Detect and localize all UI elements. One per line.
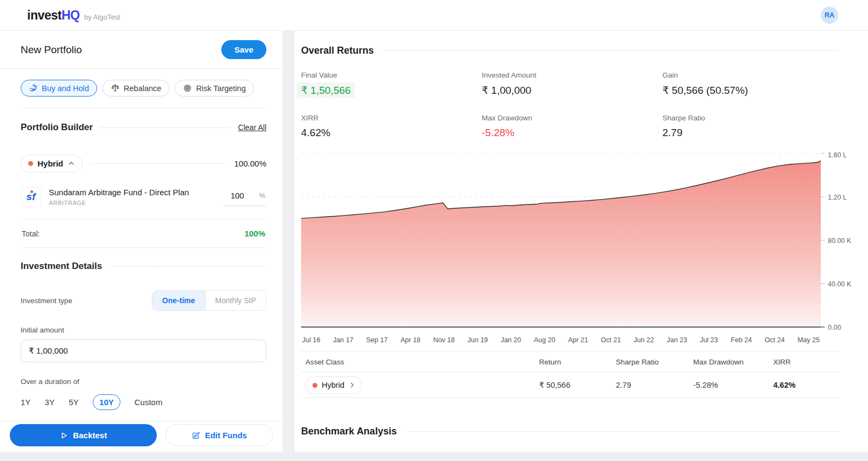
duration-options: 1Y3Y5Y10YCustom xyxy=(21,394,266,410)
portfolio-builder-heading-row: Portfolio Builder Clear All xyxy=(21,122,266,133)
main-layout: New Portfolio Save Buy and HoldRebalance… xyxy=(0,31,868,452)
x-axis-label: Sep 17 xyxy=(366,336,388,344)
group-leader-line xyxy=(90,163,227,164)
portfolio-config-panel: New Portfolio Save Buy and HoldRebalance… xyxy=(0,31,283,452)
investment-type-option-monthly-sip[interactable]: Monthly SIP xyxy=(205,291,266,310)
logo-invest: invest xyxy=(27,8,61,22)
fund-meta: Sundaram Arbitrage Fund - Direct Plan AR… xyxy=(49,188,224,206)
table-header-row: Asset ClassReturnSharpe RatioMax Drawdow… xyxy=(301,351,838,373)
x-axis-label: Nov 18 xyxy=(433,336,455,344)
column-header-return: Return xyxy=(535,358,612,366)
investment-type-toggle: One-timeMonthly SIP xyxy=(152,290,266,311)
duration-option-10y[interactable]: 10Y xyxy=(93,394,120,410)
chevron-right-icon xyxy=(349,382,355,388)
asset-chip-hybrid[interactable]: Hybrid xyxy=(305,376,362,394)
stat-label: Final Value xyxy=(301,71,482,79)
logo-byline: by AlgoTest xyxy=(84,13,120,21)
column-header-asset-class: Asset Class xyxy=(301,358,535,366)
stat-value: 2.79 xyxy=(662,127,838,139)
stat-invested-amount: Invested Amount₹ 1,00,000 xyxy=(482,71,662,98)
duration-option-1y[interactable]: 1Y xyxy=(21,398,30,407)
stat-label: Invested Amount xyxy=(482,71,662,79)
x-axis-label: Oct 21 xyxy=(601,336,621,344)
fund-weight-control: % xyxy=(224,188,266,206)
asset-group-row: Hybrid 100.00% xyxy=(21,155,266,172)
hybrid-group-label: Hybrid xyxy=(37,159,63,168)
asset-dot-icon xyxy=(312,383,317,388)
user-avatar[interactable]: RA xyxy=(821,7,838,24)
investment-type-option-one-time[interactable]: One-time xyxy=(152,291,205,310)
table-body: Hybrid₹ 50,5662.79-5.28%4.62% xyxy=(301,373,838,398)
x-axis-label: Aug 20 xyxy=(534,336,556,344)
fund-logo: sf xyxy=(21,187,41,207)
duration-option-5y[interactable]: 5Y xyxy=(69,398,79,407)
fund-weight-input[interactable] xyxy=(225,191,249,200)
backtest-label: Backtest xyxy=(73,431,107,440)
strategy-tab-risk-targeting[interactable]: Risk Targeting xyxy=(175,80,254,97)
total-value: 100% xyxy=(245,229,265,238)
svg-text:1.60 L: 1.60 L xyxy=(828,151,847,159)
logo-hq: HQ xyxy=(61,8,80,22)
save-button[interactable]: Save xyxy=(221,40,266,59)
hybrid-group-chip[interactable]: Hybrid xyxy=(21,155,82,172)
column-header-max-drawdown: Max Drawdown xyxy=(689,358,769,366)
table-cell: 2.79 xyxy=(611,381,689,389)
benchmark-analysis-heading: Benchmark Analysis xyxy=(301,426,397,437)
chart-plot-area: 1.60 L1.20 L80.00 K40.00 K0.00 xyxy=(301,150,861,332)
stat-label: Gain xyxy=(662,71,838,79)
stat-value: -5.28% xyxy=(482,127,662,139)
x-axis-label: Oct 24 xyxy=(765,336,785,344)
edit-funds-label: Edit Funds xyxy=(205,431,247,440)
x-axis-label: Jan 23 xyxy=(667,336,687,344)
play-icon xyxy=(60,431,68,440)
backtest-button[interactable]: Backtest xyxy=(10,424,157,446)
investment-details-heading-row: Investment Details xyxy=(21,261,266,272)
fund-category: ARBITRAGE xyxy=(49,200,224,206)
investment-type-row: Investment type One-timeMonthly SIP xyxy=(21,290,266,311)
strategy-tab-rebalance[interactable]: Rebalance xyxy=(103,80,169,97)
table-cell: 4.62% xyxy=(769,381,838,389)
dotted-divider xyxy=(100,127,231,128)
stat-value: ₹ 1,50,566 xyxy=(297,82,355,98)
duration-option-3y[interactable]: 3Y xyxy=(44,398,54,407)
investment-type-label: Investment type xyxy=(21,297,72,305)
strategy-tab-label: Buy and Hold xyxy=(42,84,89,93)
asset-chip-label: Hybrid xyxy=(322,381,344,389)
page-title: New Portfolio xyxy=(21,44,82,56)
heading-rule xyxy=(406,431,838,432)
clear-all-link[interactable]: Clear All xyxy=(238,123,266,132)
edit-funds-button[interactable]: Edit Funds xyxy=(165,424,273,446)
x-axis-label: Jun 19 xyxy=(468,336,488,344)
portfolio-body: Buy and HoldRebalanceRisk Targeting Port… xyxy=(0,80,283,410)
initial-amount-input[interactable] xyxy=(21,340,266,362)
svg-text:0.00: 0.00 xyxy=(828,324,841,331)
x-axis-label: May 25 xyxy=(797,336,820,344)
portfolio-header-row: New Portfolio Save xyxy=(0,31,283,69)
percent-unit-label: % xyxy=(259,191,265,200)
initial-amount-label: Initial amount xyxy=(21,326,266,334)
heading-rule xyxy=(384,50,838,51)
stat-label: Sharpe Ratio xyxy=(662,114,838,122)
fund-row[interactable]: sf Sundaram Arbitrage Fund - Direct Plan… xyxy=(21,187,266,207)
fund-name: Sundaram Arbitrage Fund - Direct Plan xyxy=(49,188,224,197)
investment-details-heading: Investment Details xyxy=(21,261,102,272)
table-cell: -5.28% xyxy=(689,381,769,389)
logo-wordmark: investHQ xyxy=(27,8,80,23)
x-axis-label: Jul 23 xyxy=(700,336,718,344)
dotted-divider xyxy=(110,266,266,267)
stat-value: 4.62% xyxy=(301,127,482,139)
overall-returns-heading: Overall Returns xyxy=(301,45,374,56)
stat-value: ₹ 1,00,000 xyxy=(482,84,662,97)
x-axis-label: Jan 17 xyxy=(333,336,354,344)
stat-max-drawdown: Max Drawdown-5.28% xyxy=(482,114,662,139)
chevron-up-icon xyxy=(68,160,75,167)
strategy-tab-buy-and-hold[interactable]: Buy and Hold xyxy=(21,80,97,97)
column-header-sharpe-ratio: Sharpe Ratio xyxy=(611,358,689,366)
stat-final-value: Final Value₹ 1,50,566 xyxy=(301,71,482,98)
divider xyxy=(21,247,266,248)
total-label: Total: xyxy=(22,229,40,238)
stat-value: ₹ 50,566 (50.57%) xyxy=(662,84,838,97)
duration-option-custom[interactable]: Custom xyxy=(135,398,163,407)
stat-gain: Gain₹ 50,566 (50.57%) xyxy=(662,71,838,98)
results-panel: Overall Returns Final Value₹ 1,50,566Inv… xyxy=(295,31,868,452)
